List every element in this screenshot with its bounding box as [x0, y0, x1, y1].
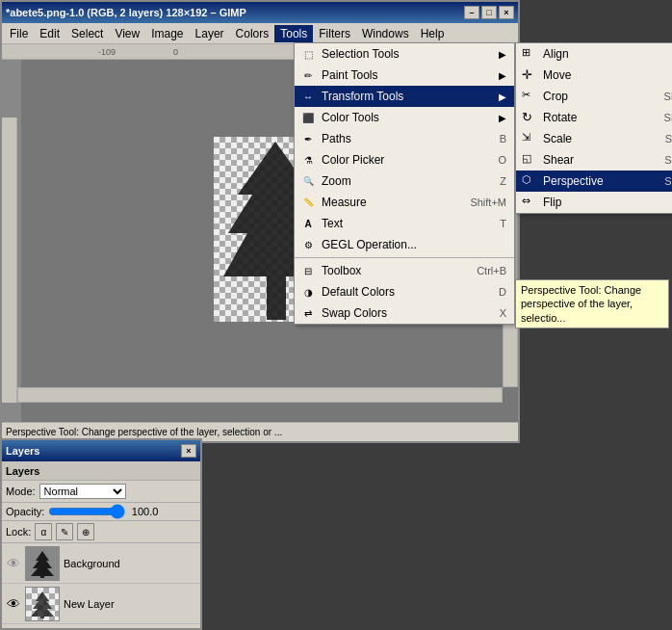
maximize-button[interactable]: □	[481, 6, 497, 19]
toolbox-shortcut: Ctrl+B	[477, 265, 506, 276]
menu-tools[interactable]: Tools	[274, 25, 313, 42]
menu-image[interactable]: Image	[145, 25, 189, 42]
swap-colors-icon	[300, 305, 316, 321]
layer-eye-new[interactable]: 👁	[6, 596, 21, 612]
rotate-label: Rotate	[543, 111, 577, 124]
layers-lock-row: Lock: α ✎ ⊕	[2, 521, 200, 543]
paint-tools-arrow: ▶	[499, 70, 506, 81]
dropdown-color-tools[interactable]: Color Tools ▶	[295, 107, 514, 128]
dropdown-gegl[interactable]: GEGL Operation...	[295, 234, 514, 255]
submenu-scale[interactable]: ⇲ Scale Shift+T	[516, 128, 672, 149]
paths-icon	[300, 131, 316, 146]
opacity-value: 100.0	[129, 506, 158, 517]
dropdown-paint-tools[interactable]: Paint Tools ▶	[295, 65, 514, 86]
submenu-align[interactable]: ⊞ Align Q	[516, 43, 672, 65]
dropdown-paths[interactable]: Paths B	[295, 128, 514, 149]
measure-label: Measure	[322, 196, 367, 209]
tooltip-text: Perspective Tool: Change perspective of …	[521, 284, 641, 324]
layers-panel: Layers × Layers Mode: Normal Dissolve Mu…	[0, 438, 202, 630]
crop-icon: ✂	[522, 89, 537, 104]
layer-name-new: New Layer	[64, 598, 115, 610]
submenu-move[interactable]: ✛ Move M	[516, 65, 672, 86]
dropdown-toolbox[interactable]: Toolbox Ctrl+B	[295, 260, 514, 281]
layer-eye-background[interactable]: 👁	[6, 556, 21, 571]
menu-filters[interactable]: Filters	[313, 25, 356, 42]
dropdown-measure[interactable]: Measure Shift+M	[295, 192, 514, 213]
dropdown-swap-colors[interactable]: Swap Colors X	[295, 302, 514, 324]
gegl-icon	[300, 237, 316, 252]
layers-list: 👁 Background 👁 New Layer	[2, 543, 200, 624]
selection-tools-icon	[300, 46, 316, 62]
layers-header: Layers	[2, 461, 200, 481]
menu-select[interactable]: Select	[65, 25, 109, 42]
svg-marker-3	[31, 591, 54, 618]
zoom-shortcut: Z	[500, 175, 506, 187]
layers-opacity-row: Opacity: 100.0	[2, 503, 200, 521]
menu-layer[interactable]: Layer	[190, 25, 230, 42]
menu-file[interactable]: File	[4, 25, 34, 42]
menu-help[interactable]: Help	[415, 25, 451, 42]
zoom-icon	[300, 173, 316, 189]
swap-colors-label: Swap Colors	[322, 306, 387, 320]
lock-position-btn[interactable]: ⊕	[77, 523, 94, 540]
transform-tools-icon	[300, 89, 316, 104]
crop-shortcut: Shift+C	[664, 91, 672, 102]
layers-title-text: Layers	[6, 445, 39, 457]
submenu-flip[interactable]: ⇔ Flip	[516, 192, 672, 213]
dropdown-text[interactable]: Text T	[295, 213, 514, 234]
menu-bar: File Edit Select View Image Layer Colors…	[2, 23, 518, 44]
text-shortcut: T	[500, 218, 506, 229]
dropdown-color-picker[interactable]: Color Picker O	[295, 149, 514, 171]
color-tools-arrow: ▶	[499, 113, 506, 123]
scale-icon: ⇲	[522, 131, 537, 146]
paths-shortcut: B	[500, 133, 506, 144]
minimize-button[interactable]: –	[464, 6, 479, 19]
selection-tools-arrow: ▶	[499, 49, 506, 60]
submenu-rotate[interactable]: ↻ Rotate Shift+R	[516, 107, 672, 128]
perspective-label: Perspective	[543, 174, 604, 188]
layer-row-background[interactable]: 👁 Background	[2, 543, 200, 584]
submenu-crop[interactable]: ✂ Crop Shift+C	[516, 86, 672, 107]
submenu-shear[interactable]: ◱ Shear Shift+S	[516, 149, 672, 171]
menu-view[interactable]: View	[109, 25, 145, 42]
gegl-label: GEGL Operation...	[322, 238, 417, 251]
layer-thumb-bg-svg	[28, 549, 57, 578]
shear-icon: ◱	[522, 152, 537, 168]
lock-alpha-btn[interactable]: α	[35, 523, 52, 540]
submenu-perspective[interactable]: ⬡ Perspective Shift+P	[516, 171, 672, 192]
layers-close-btn[interactable]: ×	[181, 444, 196, 458]
mode-select[interactable]: Normal Dissolve Multiply Screen	[39, 484, 126, 499]
paint-tools-label: Paint Tools	[322, 68, 377, 82]
menu-edit[interactable]: Edit	[34, 25, 65, 42]
lock-paint-btn[interactable]: ✎	[56, 523, 73, 540]
window-title: *abete5.png-1.0 (RGB, 2 layers) 128×192 …	[6, 7, 246, 18]
transform-tools-label: Transform Tools	[322, 90, 403, 103]
menu-colors[interactable]: Colors	[230, 25, 275, 42]
dropdown-selection-tools[interactable]: Selection Tools ▶	[295, 43, 514, 65]
crop-label: Crop	[543, 90, 568, 103]
menu-windows[interactable]: Windows	[356, 25, 415, 42]
opacity-slider[interactable]	[48, 505, 125, 518]
layer-thumb-background	[25, 546, 60, 581]
scale-label: Scale	[543, 132, 572, 145]
scrollbar-horizontal[interactable]	[17, 387, 503, 403]
color-tools-icon	[300, 110, 316, 125]
mode-label: Mode:	[6, 486, 36, 497]
shear-shortcut: Shift+S	[664, 154, 672, 166]
status-text: Perspective Tool: Change perspective of …	[6, 427, 282, 437]
close-button[interactable]: ×	[499, 6, 514, 19]
measure-shortcut: Shift+M	[470, 197, 506, 208]
layers-header-label: Layers	[6, 465, 39, 477]
zoom-label: Zoom	[322, 174, 351, 188]
color-picker-shortcut: O	[498, 154, 506, 166]
tools-dropdown: Selection Tools ▶ Paint Tools ▶ Transfor…	[294, 42, 515, 325]
dropdown-default-colors[interactable]: Default Colors D	[295, 281, 514, 302]
align-icon: ⊞	[522, 46, 537, 62]
text-icon	[300, 216, 316, 231]
dropdown-transform-tools[interactable]: Transform Tools ▶	[295, 86, 514, 107]
layer-row-new[interactable]: 👁 New Layer	[2, 584, 200, 624]
measure-icon	[300, 195, 316, 210]
perspective-icon: ⬡	[522, 173, 537, 189]
toolbox-icon	[300, 263, 316, 278]
dropdown-zoom[interactable]: Zoom Z	[295, 171, 514, 192]
